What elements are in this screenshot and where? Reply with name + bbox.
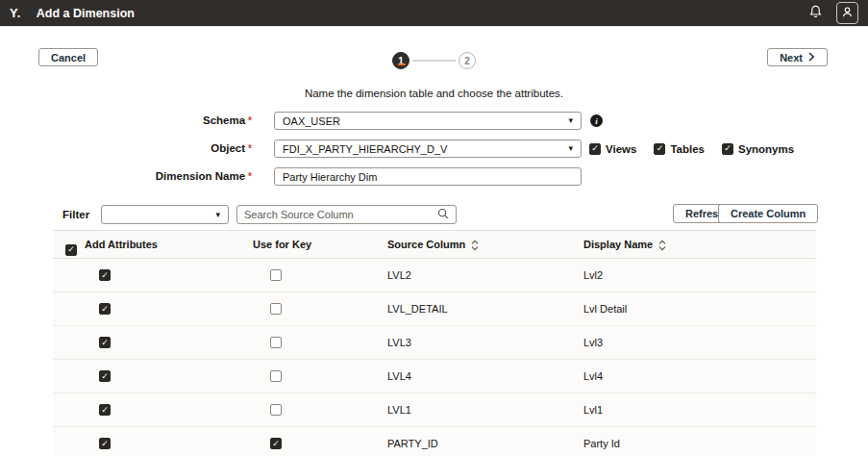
views-checkbox[interactable]: ✓ [589,143,601,155]
object-type-tables[interactable]: ✓Tables [654,143,705,155]
search-box [236,205,457,224]
row-add-attribute-checkbox[interactable]: ✓ [99,269,111,281]
schema-label: Schema* [0,112,252,130]
attributes-table: ✓ Add Attributes Use for Key Source Colu… [53,230,816,456]
add-dimension-page: Y. Add a Dimension Cancel 12 Next Name t… [0,0,868,456]
filter-label: Filter [62,205,89,224]
next-button[interactable]: Next [767,48,828,66]
user-icon [840,5,855,22]
dimension-name-label: Dimension Name* [0,167,252,186]
schema-select[interactable]: OAX_USER ▾ [274,112,582,130]
object-label: Object* [0,139,252,158]
source-column-cell: PARTY_ID [387,427,438,456]
display-name-cell: Party Id [583,427,620,456]
next-button-label: Next [780,52,803,63]
chevron-down-icon: ▾ [568,144,573,153]
search-input[interactable] [244,209,437,220]
object-row: Object* FDI_X_PARTY_HIERARCHY_D_V ▾ ✓Vie… [0,139,868,158]
object-select-value: FDI_X_PARTY_HIERARCHY_D_V [283,143,447,155]
dimension-name-input[interactable] [283,168,573,185]
sort-icon[interactable] [658,240,666,251]
user-avatar-button[interactable] [836,2,858,24]
chevron-right-icon [808,52,815,63]
column-header-add-attributes: Add Attributes [85,231,158,259]
required-marker: * [248,171,252,182]
row-use-for-key-checkbox[interactable]: ✓ [270,438,282,449]
display-name-cell: Lvl1 [583,393,603,427]
row-use-for-key-checkbox[interactable] [270,404,282,416]
table-header: ✓ Add Attributes Use for Key Source Colu… [53,231,816,259]
row-add-attribute-checkbox[interactable]: ✓ [99,303,111,315]
column-header-source-column: Source Column [387,231,479,259]
row-use-for-key-checkbox[interactable] [270,337,282,348]
page-title: Add a Dimension [37,7,135,20]
object-type-synonyms[interactable]: ✓Synonyms [722,143,794,155]
dimension-name-field-wrap [274,167,582,186]
row-add-attribute-checkbox[interactable]: ✓ [99,404,111,416]
table-row: ✓LVL3Lvl3 [53,326,816,360]
display-name-cell: Lvl2 [583,259,603,292]
bell-icon [808,4,823,22]
object-type-label: Views [606,143,636,155]
table-row: ✓LVL1Lvl1 [53,393,816,427]
table-row: ✓LVL2Lvl2 [53,259,816,292]
app-bar-actions [808,2,858,24]
table-body: ✓LVL2Lvl2✓LVL_DETAILLvl Detail✓LVL3Lvl3✓… [53,259,816,456]
chevron-down-icon: ▾ [215,211,220,219]
object-select[interactable]: FDI_X_PARTY_HIERARCHY_D_V ▾ [274,139,582,158]
wizard-subtitle: Name the dimension table and choose the … [0,88,868,99]
row-add-attribute-checkbox[interactable]: ✓ [99,370,111,382]
filter-select[interactable]: ▾ [101,205,229,224]
display-name-cell: Lvl Detail [583,292,627,326]
step-connector [412,60,456,62]
column-header-display-name: Display Name [583,231,666,259]
step-1[interactable]: 1 [392,52,409,69]
source-column-cell: LVL3 [387,326,411,360]
app-bar: Y. Add a Dimension [0,0,868,27]
table-row: ✓LVL4Lvl4 [53,360,816,393]
row-use-for-key-checkbox[interactable] [270,303,282,315]
sort-icon[interactable] [471,240,479,251]
select-all-checkbox[interactable]: ✓ [65,244,77,256]
row-use-for-key-checkbox[interactable] [270,370,282,382]
display-name-cell: Lvl4 [583,360,603,393]
object-type-label: Tables [670,143,705,155]
required-marker: * [248,115,252,126]
tables-checkbox[interactable]: ✓ [654,143,665,155]
object-type-label: Synonyms [738,143,794,155]
object-type-views[interactable]: ✓Views [589,143,636,155]
source-column-cell: LVL_DETAIL [387,292,448,326]
source-column-cell: LVL4 [387,360,411,393]
table-row: ✓LVL_DETAILLvl Detail [53,292,816,326]
info-icon[interactable]: i [590,114,603,127]
source-column-cell: LVL2 [387,259,411,292]
chevron-down-icon: ▾ [568,116,573,125]
dimension-name-row: Dimension Name* [0,167,868,186]
required-marker: * [248,143,252,154]
row-use-for-key-checkbox[interactable] [270,269,282,281]
object-type-filters: ✓Views✓Tables✓Synonyms [589,139,794,158]
notifications-button[interactable] [808,4,823,22]
schema-row: Schema* OAX_USER ▾ i [0,112,868,130]
synonyms-checkbox[interactable]: ✓ [722,143,733,155]
row-add-attribute-checkbox[interactable]: ✓ [99,438,111,449]
display-name-cell: Lvl3 [583,326,603,360]
row-add-attribute-checkbox[interactable]: ✓ [99,337,111,348]
column-header-use-for-key: Use for Key [253,231,311,259]
search-icon[interactable] [437,206,449,223]
schema-select-value: OAX_USER [283,115,340,127]
source-column-cell: LVL1 [387,393,411,427]
step-accent-bar [398,63,406,65]
step-2[interactable]: 2 [459,52,476,69]
table-row: ✓✓PARTY_IDParty Id [53,427,816,456]
create-column-button[interactable]: Create Column [718,204,818,223]
stepper: 12 [0,52,868,69]
select-all-checkbox-slot: ✓ [65,239,77,256]
brand-logo: Y. [10,6,21,20]
